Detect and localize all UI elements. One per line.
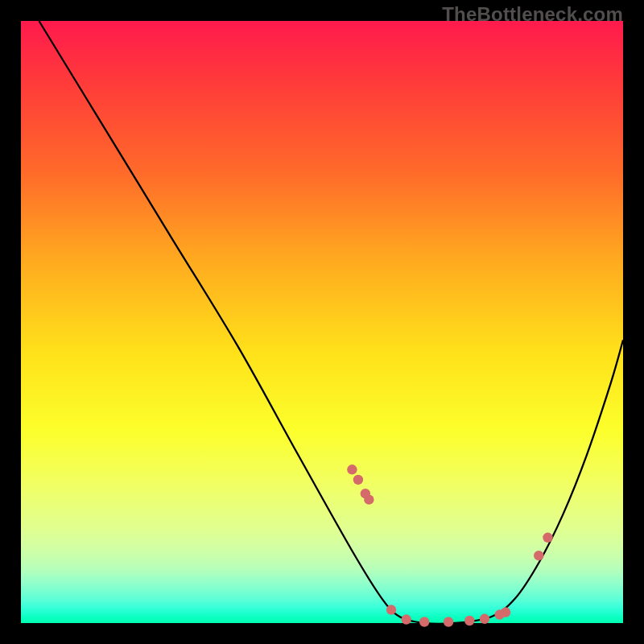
- bottleneck-curve: [39, 21, 623, 624]
- data-point: [534, 551, 543, 560]
- data-point: [464, 616, 474, 625]
- data-point: [353, 475, 363, 485]
- data-point: [364, 494, 374, 504]
- chart-container: TheBottleneck.com: [0, 0, 644, 644]
- data-point: [444, 617, 453, 626]
- data-point: [386, 605, 396, 614]
- data-point: [543, 533, 552, 543]
- chart-svg: [21, 21, 623, 623]
- plot-area: [21, 21, 623, 623]
- markers-group: [347, 464, 553, 627]
- data-point: [501, 607, 510, 617]
- data-point: [480, 614, 489, 624]
- data-point: [347, 464, 357, 474]
- data-point: [419, 617, 429, 626]
- data-point: [402, 614, 411, 624]
